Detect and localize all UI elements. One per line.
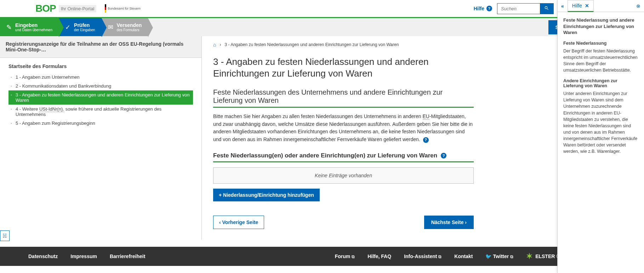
twitter-icon: 🐦 bbox=[485, 254, 491, 259]
footer-elster: ✶ELSTER ® bbox=[526, 252, 560, 261]
breadcrumb-sep: › bbox=[220, 42, 221, 47]
footer-hilfe[interactable]: Hilfe, FAQ bbox=[367, 254, 391, 259]
question-icon[interactable]: ? bbox=[441, 153, 446, 158]
ust-abbr: USt-IdNr(n). bbox=[39, 106, 64, 112]
sidebar: Registrierungsanzeige für die Teilnahme … bbox=[0, 36, 202, 240]
wizard-step-eingeben[interactable]: ✎ Eingebenund Daten übernehmen bbox=[0, 18, 59, 36]
logo-subtitle: Ihr Online-Portal bbox=[59, 5, 97, 12]
wizard-bar: ✎ Eingebenund Daten übernehmen ✓ Prüfend… bbox=[0, 18, 644, 36]
home-icon[interactable]: ⌂ bbox=[213, 42, 216, 48]
empty-entries-box: Keine Einträge vorhanden bbox=[213, 167, 474, 184]
wiz3-title: Versenden bbox=[117, 22, 142, 28]
form-title: Registrierungsanzeige für die Teilnahme … bbox=[0, 36, 201, 58]
help-tab[interactable]: Hilfe ✕ bbox=[568, 0, 594, 12]
sidebar-collapse-tab[interactable]: ☵ bbox=[0, 230, 10, 241]
external-icon: ⧉ bbox=[438, 254, 441, 259]
help-body: Feste Niederlassung und andere Einrichtu… bbox=[558, 12, 644, 160]
add-entry-button[interactable]: + Niederlassung/Einrichtung hinzufügen bbox=[213, 189, 320, 201]
help-tab-label: Hilfe bbox=[572, 3, 582, 9]
logo-area: BOP Ihr Online-Portal Bundesamt für Steu… bbox=[35, 3, 141, 14]
nav-item-3[interactable]: 3 - Angaben zu festen Niederlassungen un… bbox=[8, 90, 193, 105]
nav-item-4[interactable]: 4 - Weitere USt-IdNr(n). sowie frühere u… bbox=[8, 105, 193, 119]
footer-kontakt[interactable]: Kontakt bbox=[454, 254, 473, 259]
help-title: Feste Niederlassung und andere Einrichtu… bbox=[563, 17, 638, 36]
wiz2-sub: der Eingaben bbox=[74, 28, 95, 32]
footer-barrierefreiheit[interactable]: Barrierefreiheit bbox=[110, 254, 145, 259]
footer-info[interactable]: Info-Assistent ⧉ bbox=[404, 254, 441, 259]
external-icon: ⧉ bbox=[352, 254, 355, 259]
help-h1: Feste Niederlassung bbox=[563, 41, 638, 46]
wiz1-title: Eingeben bbox=[15, 22, 38, 28]
help-expand-icon[interactable]: « bbox=[558, 0, 568, 12]
pager: ‹ Vorherige Seite Nächste Seite › bbox=[213, 216, 474, 229]
help-tabs: « Hilfe ✕ ⊗ bbox=[558, 0, 644, 12]
help-panel: « Hilfe ✕ ⊗ Feste Niederlassung und ande… bbox=[557, 0, 644, 266]
content: ⌂ › 3 - Angaben zu festen Niederlassunge… bbox=[202, 36, 485, 240]
close-icon[interactable]: ✕ bbox=[585, 3, 589, 9]
external-icon: ⧉ bbox=[510, 254, 513, 259]
question-icon[interactable]: ? bbox=[423, 137, 429, 143]
subsection-heading: Feste Niederlassung(en) oder andere Einr… bbox=[213, 152, 474, 162]
help-minimize-icon[interactable]: ⊗ bbox=[633, 1, 644, 11]
wizard-step-pruefen[interactable]: ✓ Prüfender Eingaben bbox=[59, 18, 102, 36]
prev-page-button[interactable]: ‹ Vorherige Seite bbox=[213, 216, 264, 229]
question-icon: ? bbox=[486, 6, 492, 11]
footer: Datenschutz Impressum Barrierefreiheit F… bbox=[0, 247, 644, 266]
section-description: Bitte machen Sie hier Angaben zu allen f… bbox=[213, 113, 474, 144]
help-h2: Andere Einrichtungen zur Lieferung von W… bbox=[563, 78, 638, 88]
wizard-step-versenden: ✉ Versendendes Formulars bbox=[102, 18, 148, 36]
nav-list: Startseite des Formulars 1 - Angaben zum… bbox=[0, 58, 201, 133]
help-p2: Unter anderen Einrichtungen zur Lieferun… bbox=[563, 90, 638, 155]
help-p1: Der Begriff der festen Niederlassung ent… bbox=[563, 48, 638, 74]
breadcrumb-current: 3 - Angaben zu festen Niederlassungen un… bbox=[224, 42, 399, 47]
page-title: 3 - Angaben zu festen Niederlassungen un… bbox=[213, 56, 474, 79]
footer-twitter[interactable]: 🐦 Twitter ⧉ bbox=[485, 254, 513, 259]
footer-forum[interactable]: Forum ⧉ bbox=[335, 254, 355, 259]
nav-item-1[interactable]: 1 - Angaben zum Unternehmen bbox=[8, 73, 193, 82]
bund-logo: Bundesamt für Steuern bbox=[105, 4, 141, 13]
bop-logo: BOP bbox=[35, 3, 56, 14]
check-icon: ✓ bbox=[65, 23, 70, 31]
search-button[interactable] bbox=[540, 4, 553, 14]
edit-icon: ✎ bbox=[6, 23, 12, 31]
send-icon: ✉ bbox=[108, 23, 113, 31]
wiz1-sub: und Daten übernehmen bbox=[15, 28, 52, 32]
bund-label: Bundesamt für Steuern bbox=[108, 7, 141, 10]
nav-item-2[interactable]: 2 - Kommunikationsdaten und Bankverbindu… bbox=[8, 82, 193, 90]
search-box bbox=[497, 3, 554, 14]
footer-impressum[interactable]: Impressum bbox=[70, 254, 97, 259]
eu-abbr: EU bbox=[423, 113, 429, 119]
hilfe-label: Hilfe bbox=[474, 6, 484, 11]
section-heading: Feste Niederlassungen des Unternehmens u… bbox=[213, 88, 474, 108]
wiz2-title: Prüfen bbox=[74, 22, 90, 28]
search-input[interactable] bbox=[497, 4, 540, 14]
flag-icon bbox=[105, 4, 106, 13]
breadcrumb: ⌂ › 3 - Angaben zu festen Niederlassunge… bbox=[213, 42, 474, 48]
search-icon bbox=[544, 6, 549, 11]
hilfe-link[interactable]: Hilfe ? bbox=[474, 6, 492, 11]
nav-head[interactable]: Startseite des Formulars bbox=[8, 63, 193, 69]
app-header: BOP Ihr Online-Portal Bundesamt für Steu… bbox=[0, 0, 644, 18]
main-area: Registrierungsanzeige für die Teilnahme … bbox=[0, 36, 644, 240]
next-page-button[interactable]: Nächste Seite › bbox=[424, 216, 474, 229]
footer-datenschutz[interactable]: Datenschutz bbox=[28, 254, 58, 259]
star-icon: ✶ bbox=[526, 252, 532, 261]
bookmark-icon: ☵ bbox=[2, 233, 7, 239]
wiz3-sub: des Formulars bbox=[117, 28, 142, 32]
nav-item-5[interactable]: 5 - Angaben zum Registrierungsbeginn bbox=[8, 119, 193, 128]
